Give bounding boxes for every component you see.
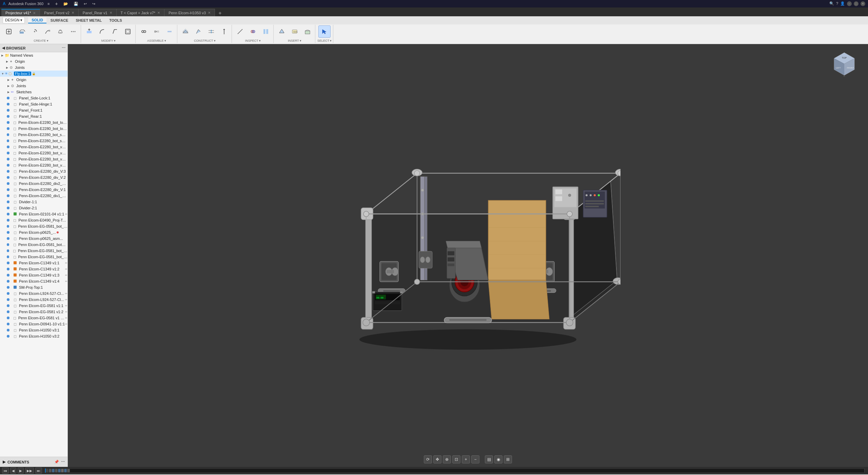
visibility-dot[interactable] bbox=[7, 231, 9, 234]
tab-close-icon[interactable]: ✕ bbox=[208, 11, 211, 15]
tree-item-penn-0581-bom[interactable]: ◻Penn Elcom-EG-0581_bot_lon... bbox=[0, 223, 67, 229]
visibility-dot[interactable] bbox=[7, 97, 9, 99]
offset-plane-button[interactable] bbox=[179, 25, 192, 38]
assemble-group-label[interactable]: ASSEMBLE ▾ bbox=[147, 39, 166, 42]
inspect-group-label[interactable]: INSPECT ▾ bbox=[245, 39, 261, 42]
browser-options-icon[interactable]: ⋯ bbox=[62, 46, 65, 50]
visibility-dot[interactable] bbox=[7, 323, 9, 325]
tree-item-joints-sub[interactable]: ▶ ⚙ Joints bbox=[0, 83, 67, 89]
visibility-dot[interactable] bbox=[7, 207, 9, 209]
visual-style-button[interactable]: ◉ bbox=[494, 455, 502, 463]
tree-item-penn-p0625[interactable]: ◻Penn Elcom-p0625_... bbox=[0, 229, 67, 235]
expand-comments-icon[interactable]: ▶ bbox=[3, 460, 5, 464]
tree-item-sketches[interactable]: ▶ ✏ Sketches bbox=[0, 89, 67, 95]
tree-item-penn-c1349-4[interactable]: Penn Elcom-C1349 v1:4✏ bbox=[0, 278, 67, 284]
close-button[interactable]: ✕ bbox=[861, 1, 865, 6]
ribbon-tab-surface[interactable]: SURFACE bbox=[47, 18, 72, 23]
visibility-dot[interactable] bbox=[7, 188, 9, 191]
design-mode-selector[interactable]: DESIGN ▾ bbox=[3, 17, 25, 23]
menu-redo[interactable]: ↪ bbox=[91, 2, 97, 6]
more-create-button[interactable] bbox=[67, 25, 79, 38]
visibility-dot[interactable] bbox=[7, 286, 9, 289]
maximize-button[interactable]: □ bbox=[854, 1, 859, 6]
select-button[interactable] bbox=[318, 25, 331, 38]
tab-close-icon[interactable]: ✕ bbox=[157, 11, 160, 15]
fillet-button[interactable] bbox=[96, 25, 108, 38]
tree-item-penn-p0625-asm[interactable]: ◻Penn Elcom-p0625_asm... bbox=[0, 235, 67, 242]
pin-icon[interactable]: 📌 bbox=[54, 460, 59, 464]
tree-item-penn-vert1[interactable]: ◻Penn-Elcom-E2280_bot_vert:1 bbox=[0, 144, 67, 150]
tab-panel-rear[interactable]: Panel_Rear v1 ✕ bbox=[79, 9, 117, 16]
visibility-dot[interactable] bbox=[7, 310, 9, 313]
tab-close-icon[interactable]: ✕ bbox=[110, 11, 112, 15]
visibility-dot[interactable] bbox=[7, 182, 9, 185]
browser-scroll[interactable]: ▶ 📁 Named Views ▶ ✦ Origin ▶ ⚙ Joints ▼ … bbox=[0, 52, 67, 457]
new-component-button[interactable] bbox=[3, 25, 15, 38]
timeline-track[interactable] bbox=[45, 468, 865, 473]
timeline-step[interactable] bbox=[52, 469, 55, 472]
chamfer-button[interactable] bbox=[109, 25, 121, 38]
timeline-step[interactable] bbox=[49, 469, 52, 472]
tree-item-divider2[interactable]: ◻Divider-2:1 bbox=[0, 205, 67, 211]
tree-item-penn-short3[interactable]: ◻Penn-Elcom-E2280_bot_short:3 bbox=[0, 138, 67, 144]
tree-item-penn-div2-h[interactable]: ◻Penn-Elcom-E2280_div2_H:1 bbox=[0, 180, 67, 187]
insert-group-label[interactable]: INSERT ▾ bbox=[288, 39, 301, 42]
visibility-dot[interactable] bbox=[7, 115, 9, 118]
joint-button[interactable] bbox=[138, 25, 150, 38]
tree-item-penn-eg0581-1[interactable]: ◻Penn Elcom-EG-0581 v1:1✏ bbox=[0, 303, 67, 309]
visibility-dot[interactable] bbox=[7, 121, 9, 124]
press-pull-button[interactable] bbox=[83, 25, 95, 38]
visibility-dot[interactable] bbox=[7, 158, 9, 160]
revolve-button[interactable] bbox=[28, 25, 41, 38]
tree-item-fly-box[interactable]: ▼ 👁 ⬡ Fly-box:1 🔒 bbox=[0, 71, 67, 77]
tab-panel-front[interactable]: Panel_Front v2 ✕ bbox=[40, 9, 79, 16]
timeline-step[interactable] bbox=[64, 469, 67, 472]
tree-item-penn-div-v2[interactable]: ◻Penn-Elcom-E2280_div_V:2 bbox=[0, 174, 67, 180]
visibility-dot[interactable] bbox=[7, 127, 9, 130]
ribbon-tab-sheetmetal[interactable]: SHEET METAL bbox=[72, 18, 105, 23]
tree-item-penn-l924-cl1[interactable]: ◻Penn Elcom-L924-527-Cl...✏ bbox=[0, 290, 67, 297]
tab-capot[interactable]: T < Capot + Jack v7* ✕ bbox=[117, 9, 165, 16]
orbit-button[interactable]: ⟳ bbox=[424, 455, 432, 463]
tree-item-penn-div-v1[interactable]: ◻Penn-Elcom-E2280_div_V:1 bbox=[0, 187, 67, 193]
visibility-dot[interactable] bbox=[7, 237, 9, 240]
zoom-out-button[interactable]: − bbox=[471, 455, 479, 463]
tree-item-penn-vert5[interactable]: ◻Penn-Elcom-E2280_bot_vert:5 bbox=[0, 162, 67, 168]
tree-item-penn-c1349-2[interactable]: Penn Elcom-C1349 v1:2✏ bbox=[0, 266, 67, 272]
tab-close-icon[interactable]: ✕ bbox=[72, 11, 74, 15]
timeline-next-button[interactable]: ▶▶ bbox=[25, 468, 34, 474]
decal-button[interactable] bbox=[301, 25, 314, 38]
visibility-dot[interactable] bbox=[7, 152, 9, 154]
tree-item-panel-front[interactable]: ◻Panel_Front:1 bbox=[0, 107, 67, 113]
extrude-button[interactable] bbox=[16, 25, 28, 38]
tree-item-penn-0581-blon[interactable]: ◻Penn Elcom-EG-0581_bot_lon... bbox=[0, 254, 67, 260]
timeline-step[interactable] bbox=[55, 469, 58, 472]
visibility-dot[interactable] bbox=[7, 170, 9, 173]
tree-item-penn-e0490[interactable]: ◻Penn Elcom-E0490_Proj-Top:1 bbox=[0, 217, 67, 223]
visibility-dot[interactable] bbox=[7, 176, 9, 179]
interference-button[interactable] bbox=[247, 25, 259, 38]
tree-item-penn-d0941[interactable]: ◻Penn Elcom-D0941-10 v1:1✏ bbox=[0, 321, 67, 327]
visibility-dot[interactable] bbox=[7, 146, 9, 148]
visibility-dot[interactable] bbox=[7, 255, 9, 258]
timeline-end-button[interactable]: ⏭ bbox=[35, 468, 42, 474]
visibility-dot[interactable] bbox=[7, 249, 9, 252]
zoom-in-button[interactable]: + bbox=[462, 455, 470, 463]
tree-item-panel-rear[interactable]: ◻Panel_Rear:1 bbox=[0, 113, 67, 119]
as-built-joint-button[interactable] bbox=[163, 25, 176, 38]
tree-item-penn-div1-h[interactable]: ◻Penn-Elcom-E2280_div1_H:1 bbox=[0, 193, 67, 199]
display-settings-button[interactable]: ▤ bbox=[485, 455, 493, 463]
tree-item-penn-eg0581-2[interactable]: ◻Penn Elcom-EG-0581 v1:2✏ bbox=[0, 309, 67, 315]
visibility-dot[interactable] bbox=[7, 133, 9, 136]
eye-icon[interactable]: 👁 bbox=[5, 72, 8, 75]
menu-save[interactable]: 💾 bbox=[72, 2, 80, 6]
tree-item-panel-side-hinge[interactable]: ◻Panel_Side-Hinge:1 bbox=[0, 101, 67, 107]
tree-item-divider1[interactable]: ◻Divider-1:1 bbox=[0, 199, 67, 205]
tab-close-icon[interactable]: ✕ bbox=[33, 11, 36, 15]
tree-item-penn-long2[interactable]: ◻Penn-Elcom-E2280_bot_long:2 bbox=[0, 126, 67, 132]
minimize-button[interactable]: − bbox=[847, 1, 852, 6]
nav-cube[interactable]: TOP LEFT FRONT ⌂ bbox=[831, 51, 858, 78]
loft-button[interactable] bbox=[54, 25, 66, 38]
tab-projecteur[interactable]: Projecteur v41* ✕ bbox=[1, 9, 40, 16]
timeline-play-button[interactable]: ▶ bbox=[18, 468, 24, 474]
